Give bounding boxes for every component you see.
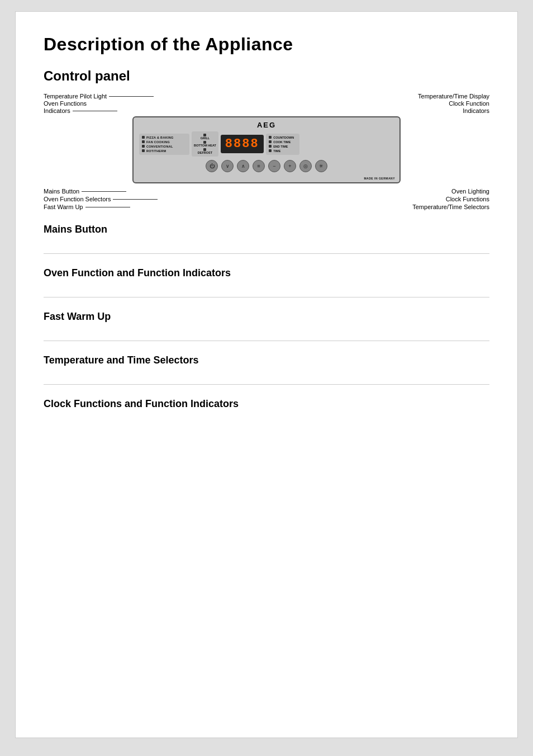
func-dot — [142, 149, 145, 152]
func-dot — [142, 145, 145, 148]
clock-functions-label: Clock Functions — [446, 196, 489, 202]
func-pizza: PIZZA & BAKING — [142, 136, 187, 139]
func-time: TIME — [269, 149, 297, 153]
panel-middle-row: AEG PIZZA & BAKING FAN COOKING — [44, 116, 489, 183]
clock-functions-heading: Clock Functions and Function Indicators — [44, 398, 489, 410]
top-right-labels: Temperature/Time Display Clock Function … — [418, 93, 489, 114]
oven-function-selectors-label: Oven Function Selectors — [44, 196, 158, 202]
control-panel-title: Control panel — [44, 68, 489, 84]
func-bottom-heat: BOTTOM HEAT — [194, 141, 216, 147]
fast-warm-line — [85, 207, 130, 207]
clock-indicators-label: Indicators — [463, 107, 489, 114]
func-dot — [142, 136, 145, 139]
panel-right-functions: COUNTDOWN COOK TIME END TIME TIME — [266, 134, 299, 155]
oven-lighting-label: Oven Lighting — [451, 188, 489, 195]
fast-warm-up-section: Fast Warm Up — [44, 311, 489, 323]
temp-time-display-label: Temperature/Time Display — [418, 93, 489, 100]
top-left-labels: Temperature Pilot Light Oven Functions I… — [44, 93, 154, 114]
divider-4 — [44, 384, 489, 385]
clock-button[interactable]: ◎ — [299, 160, 312, 172]
func-dot — [269, 140, 272, 143]
oven-selectors-line — [113, 199, 158, 200]
temp-pilot-line — [109, 96, 154, 97]
func-conventional: CONVENTIONAL — [142, 145, 187, 148]
plus-button[interactable]: + — [284, 160, 296, 172]
fast-warm-up-heading: Fast Warm Up — [44, 311, 489, 323]
temp-time-selectors-label: Temperature/Time Selectors — [412, 204, 489, 210]
bottom-annotations: Mains Button Oven Function Selectors Fas… — [44, 188, 489, 210]
func-dot — [269, 136, 272, 139]
func-dot — [269, 145, 272, 148]
main-title: Description of the Appliance — [44, 34, 489, 55]
func-fan: FAN COOKING — [142, 140, 187, 144]
indicators-label: Indicators — [44, 107, 154, 114]
mains-button-label: Mains Button — [44, 188, 158, 195]
func-dot — [142, 140, 145, 143]
oven-function-section: Oven Function and Function Indicators — [44, 267, 489, 279]
divider-1 — [44, 253, 489, 254]
mains-button-heading: Mains Button — [44, 224, 489, 235]
panel-buttons-row: ⏻ ∨ ∧ ≡ − + — [139, 160, 394, 172]
clock-functions-section: Clock Functions and Function Indicators — [44, 398, 489, 410]
made-in-germany: MADE IN GERMANY — [364, 177, 395, 180]
mains-line — [82, 191, 126, 192]
mains-button-section: Mains Button — [44, 224, 489, 235]
indicators-line — [73, 111, 117, 111]
panel-display: 8888 — [221, 135, 264, 153]
down-button[interactable]: ∨ — [221, 160, 234, 172]
divider-2 — [44, 297, 489, 297]
func-defrost: DEFROST — [194, 148, 216, 154]
func-end-time: END TIME — [269, 145, 297, 148]
func-grill: GRILL — [194, 134, 216, 140]
brand-label: AEG — [257, 121, 276, 129]
fast-warm-up-label: Fast Warm Up — [44, 204, 158, 210]
oven-functions-label: Oven Functions — [44, 100, 154, 107]
panel-left-functions: PIZZA & BAKING FAN COOKING CONVENTIONAL — [139, 134, 189, 155]
up-button[interactable]: ∧ — [237, 160, 249, 172]
panel-grill-functions: GRILL BOTTOM HEAT DEFROST — [192, 131, 218, 157]
func-dot — [269, 149, 272, 152]
bottom-right-labels: Oven Lighting Clock Functions Temperatur… — [412, 188, 489, 210]
clock-function-label: Clock Function — [449, 100, 489, 107]
menu-button[interactable]: ≡ — [253, 160, 265, 172]
oven-function-heading: Oven Function and Function Indicators — [44, 267, 489, 279]
func-cook-time: COOK TIME — [269, 140, 297, 144]
control-panel-box: AEG PIZZA & BAKING FAN COOKING — [132, 116, 401, 183]
func-rotitherm: ROTITHERM — [142, 149, 187, 153]
temp-pilot-light-label: Temperature Pilot Light — [44, 93, 154, 100]
top-annotations: Temperature Pilot Light Oven Functions I… — [44, 93, 489, 114]
page: Description of the Appliance Control pan… — [15, 11, 518, 738]
temp-time-selectors-section: Temperature and Time Selectors — [44, 355, 489, 366]
light-button[interactable]: ✳ — [315, 160, 327, 172]
divider-3 — [44, 341, 489, 341]
func-countdown: COUNTDOWN — [269, 136, 297, 139]
bottom-left-labels: Mains Button Oven Function Selectors Fas… — [44, 188, 158, 210]
mains-button-icon[interactable]: ⏻ — [206, 160, 218, 172]
control-panel-diagram: Temperature Pilot Light Oven Functions I… — [44, 93, 489, 210]
temp-time-selectors-heading: Temperature and Time Selectors — [44, 355, 489, 366]
minus-button[interactable]: − — [268, 160, 280, 172]
panel-inner: PIZZA & BAKING FAN COOKING CONVENTIONAL — [139, 131, 394, 157]
